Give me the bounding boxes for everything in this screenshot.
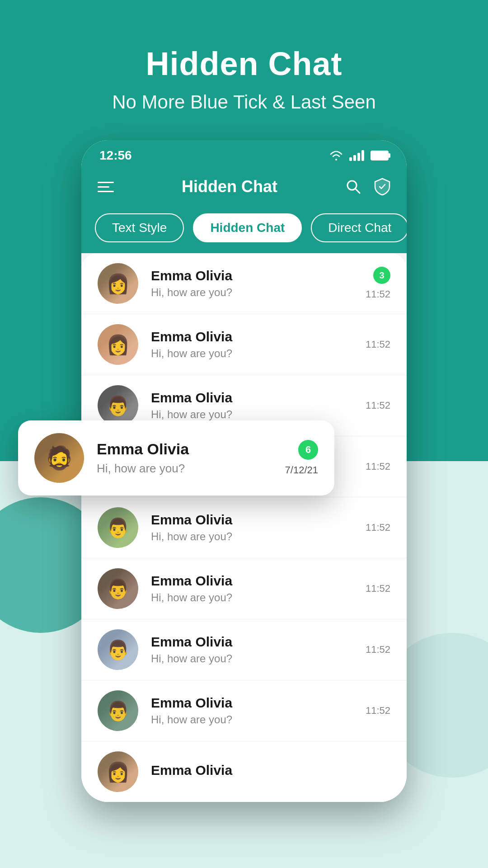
chat-meta-0: 3 11:52	[366, 267, 390, 300]
chat-info-8: Emma Olivia	[151, 763, 390, 781]
chat-name-6: Emma Olivia	[151, 634, 366, 650]
app-bar-title: Hidden Chat	[182, 177, 277, 196]
chat-name-1: Emma Olivia	[151, 329, 366, 344]
chat-info-1: Emma Olivia Hi, how are you?	[151, 329, 366, 360]
chat-info-4: Emma Olivia Hi, how are you?	[151, 512, 366, 543]
chat-info-2: Emma Olivia Hi, how are you?	[151, 390, 366, 421]
chat-time-7: 11:52	[366, 705, 390, 717]
search-icon[interactable]	[345, 179, 361, 195]
chat-name-2: Emma Olivia	[151, 390, 366, 406]
header-section: Hidden Chat No More Blue Tick & Last See…	[0, 0, 488, 140]
header-right-icons	[345, 178, 390, 196]
chat-info-7: Emma Olivia Hi, how are you?	[151, 695, 366, 726]
status-bar: 12:56	[81, 140, 407, 167]
popup-info: Emma Olivia Hi, how are you?	[97, 440, 285, 476]
chat-name-5: Emma Olivia	[151, 573, 366, 589]
chat-meta-1: 11:52	[366, 339, 390, 350]
avatar-4: 👨	[98, 507, 138, 548]
avatar-6: 👨	[98, 629, 138, 670]
popup-name: Emma Olivia	[97, 440, 285, 458]
chat-preview-6: Hi, how are you?	[151, 652, 366, 665]
chat-meta-2: 11:52	[366, 400, 390, 411]
avatar-5: 👨	[98, 568, 138, 609]
main-title: Hidden Chat	[0, 45, 488, 82]
chat-preview-2: Hi, how are you?	[151, 408, 366, 421]
status-time: 12:56	[99, 148, 132, 163]
chat-meta-5: 11:52	[366, 583, 390, 594]
avatar-8: 👩	[98, 751, 138, 792]
popup-date: 7/12/21	[285, 464, 318, 476]
chat-name-0: Emma Olivia	[151, 268, 366, 283]
hamburger-menu-icon[interactable]	[98, 182, 114, 192]
signal-icon	[349, 150, 364, 161]
popup-meta: 6 7/12/21	[285, 440, 318, 476]
chat-meta-4: 11:52	[366, 522, 390, 533]
chat-item-5[interactable]: 👨 Emma Olivia Hi, how are you? 11:52	[81, 558, 407, 619]
avatar-0: 👩	[98, 263, 138, 304]
chat-preview-5: Hi, how are you?	[151, 591, 366, 604]
avatar-1: 👩	[98, 324, 138, 365]
popup-badge: 6	[298, 440, 318, 460]
chat-time-2: 11:52	[366, 400, 390, 411]
chat-name-4: Emma Olivia	[151, 512, 366, 528]
tab-direct-chat[interactable]: Direct Chat	[311, 213, 407, 242]
chat-preview-1: Hi, how are you?	[151, 347, 366, 360]
chat-info-0: Emma Olivia Hi, how are you?	[151, 268, 366, 299]
chat-meta-7: 11:52	[366, 705, 390, 717]
tab-text-style[interactable]: Text Style	[95, 213, 184, 242]
app-header: Hidden Chat	[81, 167, 407, 206]
chat-time-5: 11:52	[366, 583, 390, 594]
avatar-7: 👨	[98, 690, 138, 731]
popup-avatar: 🧔	[34, 433, 84, 483]
sub-title: No More Blue Tick & Last Seen	[0, 91, 488, 113]
chat-preview-0: Hi, how are you?	[151, 286, 366, 299]
chat-list: 👩 Emma Olivia Hi, how are you? 3 11:52 👩…	[81, 253, 407, 802]
svg-line-1	[355, 189, 360, 193]
chat-meta-6: 11:52	[366, 644, 390, 656]
avatar-2: 👨	[98, 385, 138, 426]
shield-icon[interactable]	[374, 178, 390, 196]
chat-info-5: Emma Olivia Hi, how are you?	[151, 573, 366, 604]
chat-name-8: Emma Olivia	[151, 763, 390, 778]
status-icons	[329, 150, 389, 161]
chat-preview-4: Hi, how are you?	[151, 530, 366, 543]
chat-time-3: 11:52	[366, 461, 390, 472]
popup-notification-card[interactable]: 🧔 Emma Olivia Hi, how are you? 6 7/12/21	[18, 420, 334, 495]
chat-time-0: 11:52	[366, 288, 390, 300]
tabs-bar: Text Style Hidden Chat Direct Chat	[81, 206, 407, 253]
chat-item-6[interactable]: 👨 Emma Olivia Hi, how are you? 11:52	[81, 619, 407, 680]
wifi-icon	[329, 151, 343, 160]
chat-info-6: Emma Olivia Hi, how are you?	[151, 634, 366, 665]
chat-item-8[interactable]: 👩 Emma Olivia	[81, 741, 407, 802]
chat-name-7: Emma Olivia	[151, 695, 366, 711]
chat-meta-3: 11:52	[366, 461, 390, 472]
popup-preview: Hi, how are you?	[97, 462, 285, 476]
chat-time-4: 11:52	[366, 522, 390, 533]
badge-0: 3	[373, 267, 390, 284]
chat-time-6: 11:52	[366, 644, 390, 656]
tab-hidden-chat[interactable]: Hidden Chat	[193, 213, 302, 242]
chat-item-4[interactable]: 👨 Emma Olivia Hi, how are you? 11:52	[81, 497, 407, 558]
phone-wrapper: 12:56	[0, 140, 488, 802]
chat-preview-7: Hi, how are you?	[151, 713, 366, 726]
chat-item-1[interactable]: 👩 Emma Olivia Hi, how are you? 11:52	[81, 314, 407, 375]
chat-item-7[interactable]: 👨 Emma Olivia Hi, how are you? 11:52	[81, 680, 407, 741]
battery-icon	[371, 151, 389, 160]
chat-item-0[interactable]: 👩 Emma Olivia Hi, how are you? 3 11:52	[81, 253, 407, 314]
chat-time-1: 11:52	[366, 339, 390, 350]
